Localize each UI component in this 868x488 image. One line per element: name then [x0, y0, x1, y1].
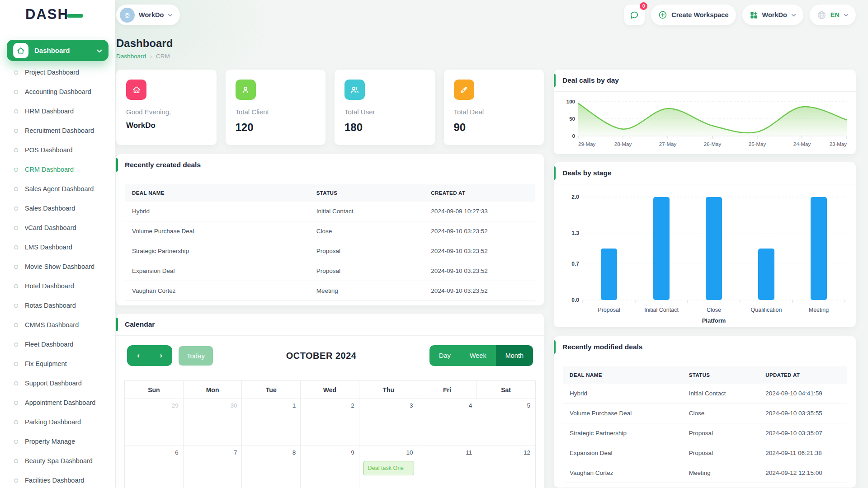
- card-title: Deal calls by day: [562, 76, 619, 84]
- sidebar-item[interactable]: Movie Show Dashboard: [0, 257, 115, 277]
- calendar-day-cell[interactable]: 1: [242, 399, 301, 446]
- svg-text:27-May: 27-May: [659, 141, 677, 147]
- column-header: Status: [682, 366, 759, 384]
- status-cell: Close: [310, 221, 425, 241]
- calendar-day-cell[interactable]: 11: [418, 446, 477, 488]
- language-selector[interactable]: EN: [810, 5, 856, 25]
- table-row: Volume Purchase Deal Close 2024-09-10 03…: [563, 404, 847, 423]
- calendar-day-cell[interactable]: 29: [125, 399, 184, 446]
- bullet-icon: [14, 420, 18, 424]
- day-number: 9: [351, 449, 354, 456]
- calendar-prev-button[interactable]: ‹: [127, 345, 150, 366]
- sidebar-dashboard-toggle[interactable]: Dashboard: [7, 40, 108, 61]
- created-at-cell: 2024-09-10 03:23:52: [424, 241, 535, 261]
- calendar-view-button[interactable]: Day: [429, 345, 460, 366]
- deals-by-stage-card: Deals by stage 2.01.30.70.0ProposalIniti…: [554, 162, 856, 327]
- bullet-icon: [14, 168, 18, 172]
- greeting-value: WorkDo: [126, 121, 207, 130]
- calendar-day-cell[interactable]: 30: [184, 399, 242, 446]
- status-cell: Proposal: [310, 241, 425, 261]
- updated-at-cell: 2024-09-10 03:35:07: [759, 423, 847, 443]
- sidebar-item[interactable]: Support Dashboard: [0, 374, 115, 393]
- calendar-next-button[interactable]: ›: [150, 345, 172, 366]
- calendar-event[interactable]: Deal task One: [363, 461, 414, 475]
- sidebar-item[interactable]: Appointment Dashboard: [0, 393, 115, 413]
- sidebar-item[interactable]: CMMS Dashboard: [0, 315, 115, 335]
- bullet-icon: [14, 401, 18, 405]
- status-cell: Proposal: [682, 443, 759, 463]
- table-row: Hybrid Initial Contact 2024-09-10 04:41:…: [563, 384, 847, 404]
- bullet-icon: [14, 381, 18, 385]
- sidebar-item[interactable]: Fix Equipment: [0, 354, 115, 374]
- column-header: Updated At: [759, 366, 847, 384]
- table-row: Expansion Deal Proposal 2024-09-11 06:21…: [563, 443, 847, 463]
- calendar-day-cell[interactable]: 7: [184, 446, 242, 488]
- sidebar-item[interactable]: LMS Dashboard: [0, 238, 115, 257]
- calendar-day-cell[interactable]: 12: [476, 446, 535, 488]
- deal-calls-area-chart: 10050029-May28-May27-May26-May25-May24-M…: [560, 96, 849, 151]
- sidebar-item[interactable]: Sales Dashboard: [0, 199, 115, 218]
- calendar-day-cell[interactable]: 4: [418, 399, 477, 446]
- workspace-avatar-icon: [120, 8, 135, 23]
- status-cell: Meeting: [682, 463, 759, 483]
- card-header: Recently created deals: [116, 154, 544, 176]
- create-workspace-button[interactable]: Create Workspace: [651, 5, 736, 25]
- total-user-card: Total User 180: [335, 70, 435, 145]
- sidebar-item[interactable]: Project Dashboard: [0, 63, 115, 82]
- card-title: Recently created deals: [125, 161, 201, 169]
- sidebar-item[interactable]: vCard Dashboard: [0, 218, 115, 238]
- bullet-icon: [14, 479, 18, 483]
- sidebar-header-label: Dashboard: [34, 47, 70, 54]
- sidebar-item[interactable]: Fleet Dashboard: [0, 335, 115, 354]
- calendar-view-button[interactable]: Week: [460, 345, 496, 366]
- calendar-day-cell[interactable]: 10 Deal task One: [359, 446, 418, 488]
- sidebar-item[interactable]: POS Dashboard: [0, 141, 115, 160]
- sidebar-item[interactable]: Rotas Dashboard: [0, 296, 115, 315]
- svg-text:0.0: 0.0: [571, 297, 579, 303]
- svg-text:100: 100: [566, 99, 575, 104]
- column-header: Created At: [424, 184, 535, 202]
- calendar-today-button[interactable]: Today: [179, 346, 213, 366]
- calendar-cells: 29 30 1: [125, 399, 535, 488]
- sidebar-item[interactable]: HRM Dashboard: [0, 102, 115, 121]
- sidebar-menu: Project Dashboard Accounting Dashboard H…: [0, 63, 115, 488]
- workspace-selector[interactable]: WorkDo: [116, 5, 180, 25]
- breadcrumb-dashboard-link[interactable]: Dashboard: [116, 53, 146, 60]
- calendar-day-cell[interactable]: 3: [359, 399, 418, 446]
- sidebar-item-label: LMS Dashboard: [25, 243, 72, 252]
- calendar-day-cell[interactable]: 5: [476, 399, 535, 446]
- sidebar-item-label: CRM Dashboard: [25, 165, 74, 174]
- updated-at-cell: 2024-09-10 04:41:59: [759, 384, 847, 404]
- sidebar-item[interactable]: Hotel Dashboard: [0, 277, 115, 296]
- calendar-day-cell[interactable]: 2: [301, 399, 359, 446]
- sidebar-item[interactable]: CRM Dashboard: [0, 160, 115, 179]
- sidebar-item-label: Movie Show Dashboard: [25, 263, 94, 272]
- calendar-day-cell[interactable]: 9: [301, 446, 359, 488]
- total-user-label: Total User: [344, 108, 425, 116]
- svg-text:Initial Contact: Initial Contact: [644, 307, 679, 313]
- svg-text:Platform: Platform: [702, 317, 726, 324]
- status-cell: Proposal: [682, 423, 759, 443]
- sidebar-item[interactable]: Recruitment Dashboard: [0, 121, 115, 141]
- created-at-cell: 2024-09-09 10:27:33: [424, 202, 535, 221]
- table-row: Strategic Partnership Proposal 2024-09-1…: [563, 423, 847, 443]
- calendar-day-cell[interactable]: 8: [242, 446, 301, 488]
- logo-accent-bar: [67, 14, 83, 18]
- chevron-down-icon: [844, 14, 849, 17]
- user-icon: [236, 80, 256, 100]
- sidebar-item[interactable]: Beauty Spa Dashboard: [0, 451, 115, 471]
- workspace-menu[interactable]: WorkDo: [742, 5, 803, 25]
- calendar-day-cell[interactable]: 6: [125, 446, 184, 488]
- calendar-view-button[interactable]: Month: [496, 345, 533, 366]
- sidebar-item[interactable]: Accounting Dashboard: [0, 82, 115, 102]
- sidebar-item[interactable]: Parking Dashboard: [0, 413, 115, 432]
- messages-button[interactable]: 0: [624, 5, 645, 25]
- breadcrumb-separator: ›: [150, 53, 152, 60]
- sidebar-item[interactable]: Sales Agent Dashboard: [0, 179, 115, 199]
- bullet-icon: [14, 109, 18, 113]
- sidebar-item[interactable]: Property Manage: [0, 432, 115, 451]
- breadcrumb: Dashboard › CRM: [116, 53, 856, 60]
- day-number: 29: [172, 402, 179, 409]
- bullet-icon: [14, 343, 18, 347]
- sidebar-item[interactable]: Facilities Dashboard: [0, 471, 115, 488]
